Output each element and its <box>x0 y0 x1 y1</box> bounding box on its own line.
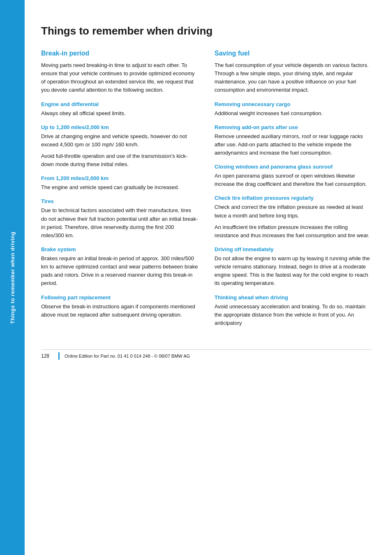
sidebar-label: Things to remember when driving <box>9 231 16 324</box>
from-1200-section: From 1,200 miles/2,000 km The engine and… <box>41 175 198 192</box>
from-1200-body: The engine and vehicle speed can gradual… <box>41 183 198 192</box>
thinking-ahead-title: Thinking ahead when driving <box>214 294 371 301</box>
saving-fuel-title: Saving fuel <box>214 50 371 57</box>
tires-body: Due to technical factors associated with… <box>41 206 198 240</box>
footer-line-divider <box>58 352 60 360</box>
up-to-1200-section: Up to 1,200 miles/2,000 km Drive at chan… <box>41 124 198 169</box>
tire-inflation-body1: Check and correct the tire inflation pre… <box>214 203 371 220</box>
driving-off-title: Driving off immediately <box>214 246 371 252</box>
right-column: Saving fuel The fuel consumption of your… <box>214 50 371 333</box>
sidebar: Things to remember when driving <box>0 0 25 555</box>
tire-inflation-section: Check tire inflation pressures regularly… <box>214 195 371 240</box>
tire-inflation-title: Check tire inflation pressures regularly <box>214 195 371 201</box>
break-in-body: Moving parts need breaking-in time to ad… <box>41 61 198 95</box>
up-to-1200-body1: Drive at changing engine and vehicle spe… <box>41 132 198 149</box>
closing-windows-body: An open panorama glass sunroof or open w… <box>214 172 371 188</box>
removing-addon-body: Remove unneeded auxiliary mirrors, roof … <box>214 132 371 157</box>
break-in-title: Break-in period <box>41 50 198 57</box>
engine-differential-body: Always obey all official speed limits. <box>41 109 198 118</box>
driving-off-section: Driving off immediately Do not allow the… <box>214 246 371 288</box>
saving-fuel-section: Saving fuel The fuel consumption of your… <box>214 50 371 95</box>
tires-section: Tires Due to technical factors associate… <box>41 198 198 240</box>
following-replacement-body: Observe the break-in instructions again … <box>41 303 198 319</box>
engine-differential-title: Engine and differential <box>41 101 198 107</box>
saving-fuel-body: The fuel consumption of your vehicle dep… <box>214 61 371 95</box>
tires-title: Tires <box>41 198 198 204</box>
brake-system-title: Brake system <box>41 246 198 252</box>
page-title: Things to remember when driving <box>41 25 371 37</box>
following-replacement-section: Following part replacement Observe the b… <box>41 294 198 319</box>
thinking-ahead-body: Avoid unnecessary acceleration and braki… <box>214 303 371 327</box>
removing-addon-title: Removing add-on parts after use <box>214 124 371 130</box>
brake-system-body: Brakes require an initial break-in perio… <box>41 254 198 288</box>
removing-cargo-title: Removing unnecessary cargo <box>214 101 371 107</box>
left-column: Break-in period Moving parts need breaki… <box>41 50 198 333</box>
closing-windows-section: Closing windows and panorama glass sunro… <box>214 164 371 188</box>
brake-system-section: Brake system Brakes require an initial b… <box>41 246 198 288</box>
two-column-layout: Break-in period Moving parts need breaki… <box>41 50 371 333</box>
page-container: Things to remember when driving Things t… <box>0 0 392 555</box>
tire-inflation-body2: An insufficient tire inflation pressure … <box>214 223 371 240</box>
up-to-1200-body2: Avoid full-throttle operation and use of… <box>41 152 198 169</box>
footer-text: Online Edition for Part no. 01 41 0 014 … <box>65 354 190 358</box>
main-content: Things to remember when driving Break-in… <box>25 0 392 555</box>
removing-cargo-body: Additional weight increases fuel consump… <box>214 109 371 118</box>
break-in-section: Break-in period Moving parts need breaki… <box>41 50 198 95</box>
up-to-1200-title: Up to 1,200 miles/2,000 km <box>41 124 198 130</box>
following-replacement-title: Following part replacement <box>41 294 198 301</box>
footer: 128 Online Edition for Part no. 01 41 0 … <box>41 349 371 360</box>
closing-windows-title: Closing windows and panorama glass sunro… <box>214 164 371 170</box>
removing-cargo-section: Removing unnecessary cargo Additional we… <box>214 101 371 118</box>
from-1200-title: From 1,200 miles/2,000 km <box>41 175 198 181</box>
thinking-ahead-section: Thinking ahead when driving Avoid unnece… <box>214 294 371 327</box>
page-number: 128 <box>41 353 53 359</box>
removing-addon-section: Removing add-on parts after use Remove u… <box>214 124 371 157</box>
engine-differential-section: Engine and differential Always obey all … <box>41 101 198 118</box>
driving-off-body: Do not allow the engine to warm up by le… <box>214 254 371 288</box>
